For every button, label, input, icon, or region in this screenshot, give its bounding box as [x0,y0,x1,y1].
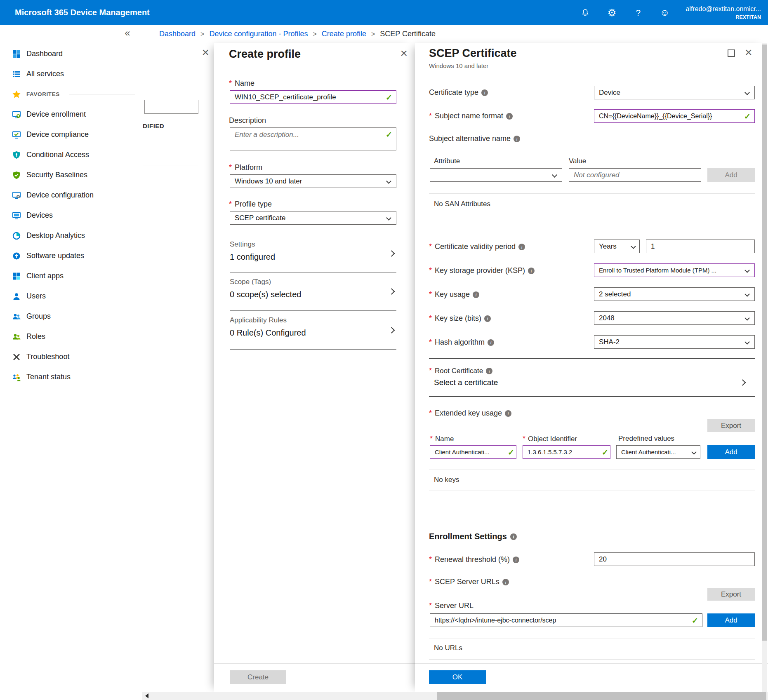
sidebar-item-tenant-status[interactable]: Tenant status [0,367,142,387]
feedback-smiley-icon[interactable] [659,7,670,18]
info-icon[interactable] [486,368,492,374]
subject-name-format-input[interactable]: CN={{DeviceName}}_{{Device_Serial}} [594,109,755,123]
platform-select[interactable]: Windows 10 and later [230,174,396,188]
root-certificate-row[interactable]: Select a certificate [434,378,739,387]
validity-unit-select[interactable]: Years [594,240,640,253]
info-icon[interactable] [473,291,479,298]
settings-gear-icon[interactable] [606,7,617,18]
notifications-bell-icon[interactable] [580,7,591,18]
device-compliance-icon [12,131,21,139]
settings-row-value: 1 configured [230,252,396,262]
vertical-scrollbar[interactable] [762,43,767,692]
sidebar-item-device-enrollment[interactable]: Device enrollment [0,104,142,124]
info-icon[interactable] [505,410,511,417]
san-add-button[interactable]: Add [707,168,755,182]
ok-button[interactable]: OK [429,670,486,684]
maximize-icon[interactable] [728,49,735,57]
valid-check-icon [744,112,751,121]
eku-oid-input[interactable]: 1.3.6.1.5.5.7.3.2 [523,445,610,459]
server-url-input[interactable]: https://<fqdn>/intune-ejbc-connector/sce… [430,613,702,627]
info-icon[interactable] [513,557,519,563]
renewal-threshold-input[interactable]: 20 [594,552,755,566]
eku-predefined-select[interactable]: Client Authenticati... [616,445,700,459]
sidebar-item-conditional-access[interactable]: Conditional Access [0,145,142,165]
tenant-status-icon [12,373,21,381]
divider [415,663,768,664]
url-add-button[interactable]: Add [707,613,755,627]
ksp-select[interactable]: Enroll to Trusted Platform Module (TPM) … [594,263,755,277]
sidebar-item-client-apps[interactable]: Client apps [0,266,142,286]
sidebar-item-label: Troubleshoot [26,352,69,361]
eku-add-button[interactable]: Add [707,445,755,459]
info-icon[interactable] [481,89,488,96]
sidebar-item-software-updates[interactable]: Software updates [0,246,142,266]
sidebar-item-label: Device configuration [26,191,94,200]
settings-row[interactable]: Settings 1 configured [230,235,396,272]
info-icon[interactable] [484,315,491,322]
san-empty-text: No SAN Attributes [434,200,490,208]
sidebar-item-troubleshoot[interactable]: Troubleshoot [0,347,142,367]
info-icon[interactable] [502,579,509,585]
sidebar-collapse-icon[interactable] [122,27,133,39]
blade-title: SCEP Certificate [429,47,517,60]
applicability-rules-row[interactable]: Applicability Rules 0 Rule(s) Configured [230,311,396,350]
search-input[interactable] [144,100,198,114]
sidebar-item-users[interactable]: Users [0,286,142,306]
breadcrumb-create-profile[interactable]: Create profile [322,30,366,38]
info-icon[interactable] [528,268,535,274]
create-button[interactable]: Create [230,670,286,684]
key-size-select[interactable]: 2048 [594,311,755,325]
required-asterisk [429,314,432,323]
urls-export-button[interactable]: Export [707,588,755,601]
account-menu[interactable]: alfredo@rextitan.onmicr... REXTITAN [686,5,761,20]
sidebar-item-dashboard[interactable]: Dashboard [0,44,142,64]
eku-export-button[interactable]: Export [707,419,755,432]
horizontal-scrollbar[interactable] [142,692,768,700]
description-textarea[interactable]: Enter a description... [230,127,396,150]
hash-algorithm-select[interactable]: SHA-2 [594,335,755,349]
divider [429,215,755,215]
info-icon[interactable] [506,113,513,120]
eku-name-header: Name [430,435,454,443]
sidebar-item-device-compliance[interactable]: Device compliance [0,124,142,145]
horizontal-scrollbar-thumb[interactable] [437,692,766,700]
required-asterisk [429,366,432,375]
certificate-type-select[interactable]: Device [594,86,755,99]
san-value-input[interactable]: Not configured [569,168,701,182]
validity-value-input[interactable]: 1 [646,240,755,253]
scroll-left-arrow-icon[interactable] [145,693,148,698]
device-enrollment-icon [12,110,21,119]
sidebar-item-security-baselines[interactable]: Security Baselines [0,165,142,185]
close-icon[interactable] [202,46,209,59]
name-input[interactable]: WIN10_SCEP_certificate_profile [230,90,396,104]
close-icon[interactable] [400,47,408,59]
info-icon[interactable] [488,339,494,346]
sidebar-item-desktop-analytics[interactable]: Desktop Analytics [0,226,142,246]
sidebar-item-roles[interactable]: Roles [0,327,142,347]
sidebar-item-label: Roles [26,332,45,341]
all-services-icon [12,70,21,78]
info-icon[interactable] [514,136,520,142]
key-usage-select[interactable]: 2 selected [594,287,755,301]
chevron-down-icon [744,268,750,273]
vertical-scrollbar-thumb[interactable] [762,45,767,641]
info-icon[interactable] [510,533,517,540]
sidebar-item-groups[interactable]: Groups [0,306,142,327]
profile-type-select[interactable]: SCEP certificate [230,211,396,225]
scope-tags-row[interactable]: Scope (Tags) 0 scope(s) selected [230,272,396,311]
sidebar-item-devices[interactable]: Devices [0,205,142,226]
conditional-access-icon [12,151,21,159]
close-icon[interactable] [745,46,752,59]
san-attribute-select[interactable] [430,168,562,182]
modified-column-header[interactable]: DIFIED [143,122,164,129]
sidebar-item-label: Devices [26,211,53,220]
sidebar-item-device-configuration[interactable]: Device configuration [0,185,142,205]
scep-server-urls-label: SCEP Server URLs [429,578,509,586]
eku-name-input[interactable]: Client Authenticati... [430,445,516,459]
info-icon[interactable] [518,244,525,250]
sidebar-item-all-services[interactable]: All services [0,64,142,84]
required-asterisk [429,338,432,347]
help-icon[interactable] [633,7,643,18]
breadcrumb-profiles[interactable]: Device configuration - Profiles [209,30,308,38]
breadcrumb-dashboard[interactable]: Dashboard [159,30,196,38]
